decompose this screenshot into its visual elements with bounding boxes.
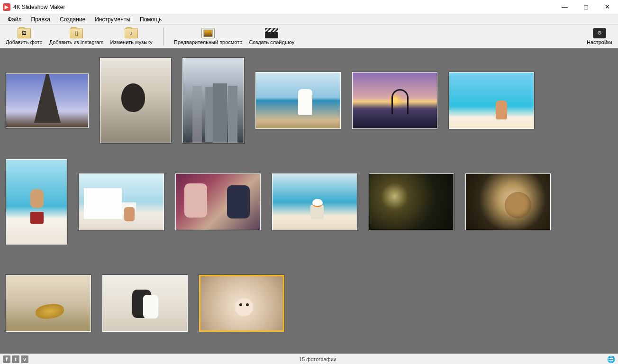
facebook-icon[interactable]: f bbox=[3, 355, 10, 363]
maximize-button[interactable]: ◻ bbox=[575, 0, 597, 14]
preview-label: Предварительный просмотр bbox=[174, 39, 243, 45]
change-music-label: Изменить музыку bbox=[110, 39, 152, 45]
globe-icon[interactable]: 🌐 bbox=[607, 355, 615, 363]
create-slideshow-label: Создать слайдшоу bbox=[249, 39, 294, 45]
minimize-button[interactable]: — bbox=[554, 0, 575, 14]
thumb-row bbox=[6, 256, 612, 351]
photo-thumb[interactable] bbox=[79, 173, 164, 230]
change-music-button[interactable]: ♪ Изменить музыку bbox=[107, 25, 155, 48]
photo-thumb[interactable] bbox=[255, 72, 341, 129]
gear-icon: ⚙ bbox=[593, 28, 606, 38]
window-controls: — ◻ ✕ bbox=[554, 0, 618, 14]
thumb-row bbox=[6, 53, 612, 148]
toolbar-separator bbox=[163, 27, 164, 46]
photo-thumb[interactable] bbox=[369, 173, 454, 230]
preview-icon bbox=[201, 28, 215, 38]
menu-tools[interactable]: Инструменты bbox=[90, 15, 135, 24]
photo-thumb-selected[interactable] bbox=[199, 275, 284, 332]
photo-thumb[interactable] bbox=[102, 275, 188, 332]
settings-label: Настройки bbox=[587, 39, 612, 45]
create-slideshow-button[interactable]: Создать слайдшоу bbox=[246, 25, 297, 48]
add-photo-label: Добавить фото bbox=[6, 39, 43, 45]
photo-thumb[interactable] bbox=[272, 173, 357, 230]
social-links: f t v bbox=[3, 355, 28, 363]
add-instagram-label: Добавить из Instagram bbox=[49, 39, 104, 45]
app-icon: ▶ bbox=[3, 3, 10, 11]
statusbar: f t v 15 фотографии 🌐 bbox=[0, 354, 618, 364]
folder-music-icon: ♪ bbox=[125, 28, 138, 38]
menu-create[interactable]: Создание bbox=[55, 15, 90, 24]
photo-thumb[interactable] bbox=[449, 72, 534, 129]
photo-thumb[interactable] bbox=[6, 275, 91, 332]
folder-photo-icon: 🖼 bbox=[18, 28, 31, 38]
photo-thumb[interactable] bbox=[465, 173, 551, 230]
twitter-icon[interactable]: t bbox=[12, 355, 19, 363]
menubar: Файл Правка Создание Инструменты Помощь bbox=[0, 14, 618, 25]
add-photo-button[interactable]: 🖼 Добавить фото bbox=[3, 25, 45, 48]
menu-file[interactable]: Файл bbox=[3, 15, 27, 24]
photo-canvas[interactable] bbox=[0, 48, 618, 354]
settings-button[interactable]: ⚙ Настройки bbox=[584, 25, 615, 48]
preview-button[interactable]: Предварительный просмотр bbox=[171, 25, 245, 48]
clapperboard-icon bbox=[265, 28, 278, 38]
thumb-row bbox=[6, 155, 612, 249]
toolbar: 🖼 Добавить фото ⌷ Добавить из Instagram … bbox=[0, 25, 618, 48]
close-button[interactable]: ✕ bbox=[597, 0, 618, 14]
titlebar: ▶ 4K Slideshow Maker — ◻ ✕ bbox=[0, 0, 618, 14]
vimeo-icon[interactable]: v bbox=[21, 355, 28, 363]
status-text: 15 фотографии bbox=[28, 356, 607, 362]
photo-thumb[interactable] bbox=[100, 58, 171, 143]
photo-thumb[interactable] bbox=[6, 73, 89, 128]
menu-help[interactable]: Помощь bbox=[135, 15, 166, 24]
folder-instagram-icon: ⌷ bbox=[70, 28, 83, 38]
photo-thumb[interactable] bbox=[182, 58, 244, 143]
photo-thumb[interactable] bbox=[6, 159, 67, 245]
window-title: 4K Slideshow Maker bbox=[13, 4, 65, 10]
menu-edit[interactable]: Правка bbox=[27, 15, 55, 24]
photo-thumb[interactable] bbox=[175, 173, 261, 230]
photo-thumb[interactable] bbox=[352, 72, 437, 129]
add-instagram-button[interactable]: ⌷ Добавить из Instagram bbox=[46, 25, 107, 48]
